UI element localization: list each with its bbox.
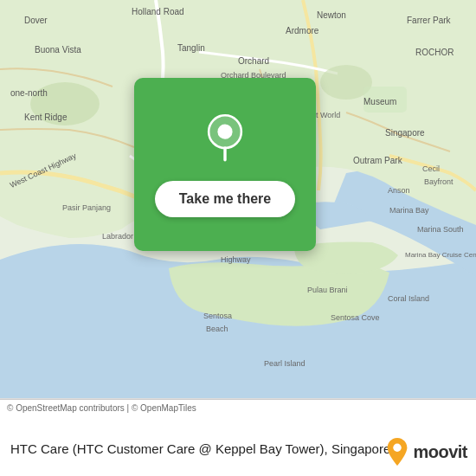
svg-point-6 bbox=[394, 444, 402, 452]
location-card: Take me there bbox=[134, 78, 316, 251]
svg-rect-3 bbox=[363, 87, 407, 113]
moovit-pin-icon bbox=[385, 436, 409, 467]
moovit-logo: moovit bbox=[385, 436, 467, 467]
svg-point-1 bbox=[30, 82, 100, 125]
take-me-there-button[interactable]: Take me there bbox=[155, 181, 295, 217]
copyright-text: © OpenStreetMap contributors | © OpenMap… bbox=[7, 403, 196, 413]
svg-point-5 bbox=[217, 125, 232, 139]
copyright-bar: © OpenStreetMap contributors | © OpenMap… bbox=[0, 399, 476, 416]
location-pin-icon bbox=[199, 112, 251, 164]
moovit-text: moovit bbox=[413, 442, 467, 462]
bottom-bar: © OpenStreetMap contributors | © OpenMap… bbox=[0, 398, 476, 476]
map-container: Holland Road Newton Dover Buona Vista Ta… bbox=[0, 0, 476, 398]
